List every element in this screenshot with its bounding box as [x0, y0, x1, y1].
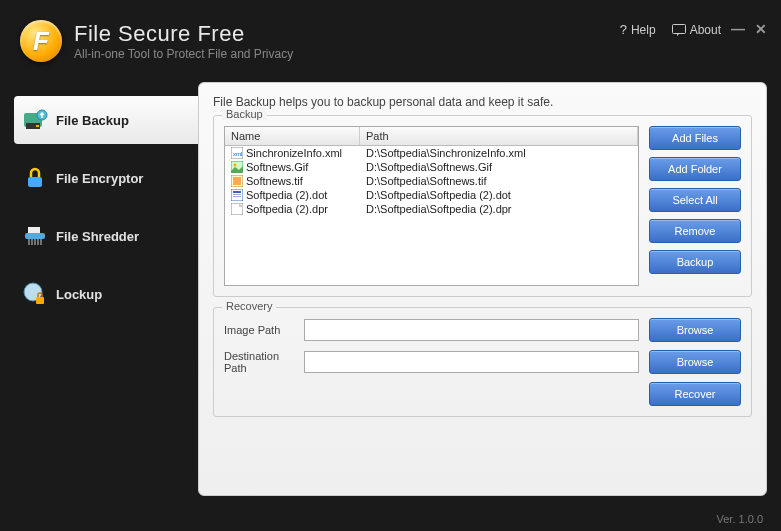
svg-rect-24 — [233, 196, 241, 197]
window-controls: — ✕ — [731, 22, 767, 36]
cell-name: xmlSinchronizeInfo.xml — [225, 146, 360, 160]
version-label: Ver. 1.0.0 — [717, 513, 763, 525]
svg-rect-3 — [36, 125, 39, 127]
encryptor-icon — [22, 165, 48, 191]
svg-rect-6 — [25, 233, 45, 239]
about-icon — [672, 24, 686, 36]
title-block: File Secure Free All-in-one Tool to Prot… — [74, 21, 293, 61]
col-name[interactable]: Name — [225, 127, 360, 145]
table-body: xmlSinchronizeInfo.xmlD:\Softpedia\Sinch… — [225, 146, 638, 216]
app-logo: F — [20, 20, 62, 62]
svg-rect-5 — [28, 177, 42, 187]
svg-rect-7 — [28, 227, 40, 233]
svg-rect-14 — [36, 297, 44, 304]
backup-group-title: Backup — [222, 108, 267, 120]
help-link[interactable]: ? Help — [620, 22, 656, 37]
cell-path: D:\Softpedia\Softnews.Gif — [360, 160, 638, 174]
table-row[interactable]: Softnews.GifD:\Softpedia\Softnews.Gif — [225, 160, 638, 174]
recovery-group: Recovery Image Path Browse Destination P… — [213, 307, 752, 417]
image-path-input[interactable] — [304, 319, 639, 341]
main-panel: File Backup helps you to backup personal… — [198, 82, 767, 496]
svg-text:xml: xml — [233, 151, 242, 157]
body: File Backup File Encryptor File Shredder… — [0, 74, 781, 504]
add-folder-button[interactable]: Add Folder — [649, 157, 741, 181]
col-path[interactable]: Path — [360, 127, 638, 145]
help-icon: ? — [620, 22, 627, 37]
sidebar-item-label: File Backup — [56, 113, 129, 128]
cell-name: Softnews.Gif — [225, 160, 360, 174]
cell-path: D:\Softpedia\Softnews.tif — [360, 174, 638, 188]
file-icon: xml — [231, 147, 243, 159]
app-subtitle: All-in-one Tool to Protect File and Priv… — [74, 47, 293, 61]
sidebar-item-label: File Encryptor — [56, 171, 143, 186]
backup-buttons: Add Files Add Folder Select All Remove B… — [649, 126, 741, 286]
close-button[interactable]: ✕ — [755, 22, 767, 36]
browse-dest-button[interactable]: Browse — [649, 350, 741, 374]
svg-rect-25 — [231, 203, 243, 215]
dest-path-label: Destination Path — [224, 350, 294, 374]
svg-rect-0 — [672, 24, 685, 33]
cell-name: Softpedia (2).dpr — [225, 202, 360, 216]
file-table[interactable]: Name Path xmlSinchronizeInfo.xmlD:\Softp… — [224, 126, 639, 286]
backup-icon — [22, 107, 48, 133]
backup-group: Backup Name Path xmlSinchronizeInfo.xmlD… — [213, 115, 752, 297]
table-row[interactable]: Softpedia (2).dprD:\Softpedia\Softpedia … — [225, 202, 638, 216]
sidebar-item-label: Lockup — [56, 287, 102, 302]
about-link[interactable]: About — [672, 22, 721, 37]
svg-point-18 — [234, 164, 237, 167]
recovery-group-title: Recovery — [222, 300, 276, 312]
file-icon — [231, 203, 243, 215]
file-icon — [231, 161, 243, 173]
sidebar-item-lockup[interactable]: Lockup — [14, 270, 198, 318]
backup-button[interactable]: Backup — [649, 250, 741, 274]
cell-name: Softpedia (2).dot — [225, 188, 360, 202]
about-label: About — [690, 23, 721, 37]
table-row[interactable]: Softpedia (2).dotD:\Softpedia\Softpedia … — [225, 188, 638, 202]
file-icon — [231, 189, 243, 201]
sidebar-item-file-encryptor[interactable]: File Encryptor — [14, 154, 198, 202]
sidebar-item-file-backup[interactable]: File Backup — [14, 96, 198, 144]
add-files-button[interactable]: Add Files — [649, 126, 741, 150]
panel-description: File Backup helps you to backup personal… — [213, 95, 752, 109]
app-title: File Secure Free — [74, 21, 293, 47]
sidebar: File Backup File Encryptor File Shredder… — [0, 74, 198, 504]
sidebar-item-label: File Shredder — [56, 229, 139, 244]
svg-rect-23 — [233, 194, 241, 195]
titlebar[interactable] — [0, 0, 781, 12]
svg-rect-22 — [233, 191, 241, 193]
logo-letter: F — [33, 26, 49, 57]
table-header: Name Path — [225, 127, 638, 146]
image-path-label: Image Path — [224, 324, 294, 336]
shredder-icon — [22, 223, 48, 249]
help-label: Help — [631, 23, 656, 37]
sidebar-item-file-shredder[interactable]: File Shredder — [14, 212, 198, 260]
lockup-icon — [22, 281, 48, 307]
select-all-button[interactable]: Select All — [649, 188, 741, 212]
dest-path-input[interactable] — [304, 351, 639, 373]
header: F File Secure Free All-in-one Tool to Pr… — [0, 12, 781, 74]
top-links: ? Help About — [620, 22, 721, 37]
table-row[interactable]: Softnews.tifD:\Softpedia\Softnews.tif — [225, 174, 638, 188]
file-icon — [231, 175, 243, 187]
browse-image-button[interactable]: Browse — [649, 318, 741, 342]
svg-rect-20 — [233, 177, 241, 185]
recover-button[interactable]: Recover — [649, 382, 741, 406]
table-row[interactable]: xmlSinchronizeInfo.xmlD:\Softpedia\Sinch… — [225, 146, 638, 160]
minimize-button[interactable]: — — [731, 22, 745, 36]
remove-button[interactable]: Remove — [649, 219, 741, 243]
cell-path: D:\Softpedia\SinchronizeInfo.xml — [360, 146, 638, 160]
cell-path: D:\Softpedia\Softpedia (2).dpr — [360, 202, 638, 216]
cell-path: D:\Softpedia\Softpedia (2).dot — [360, 188, 638, 202]
cell-name: Softnews.tif — [225, 174, 360, 188]
